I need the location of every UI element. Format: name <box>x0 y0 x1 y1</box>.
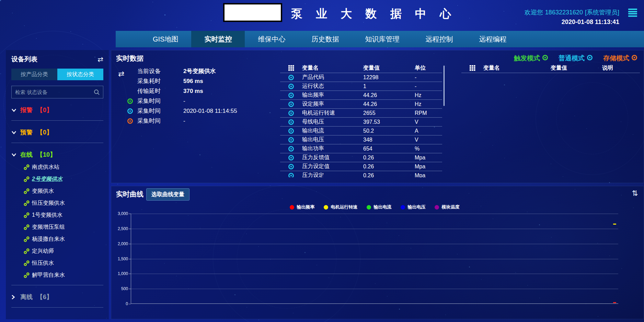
mode-button-2[interactable]: 存储模式 <box>603 54 637 63</box>
cell-variable-unit: Mpa <box>415 164 442 170</box>
device-item[interactable]: 恒压供水 <box>24 260 103 267</box>
link-icon <box>24 236 32 242</box>
cell-variable-name: 输出功率 <box>302 145 363 152</box>
target-radio-icon[interactable] <box>280 101 302 107</box>
axis-tick <box>129 214 131 214</box>
device-item[interactable]: 解甲营自来水 <box>24 272 103 279</box>
info-label: 传输延时 <box>137 87 176 95</box>
tree-group-label: 预警 <box>20 128 33 136</box>
device-tree: 报警【0】预警【0】在线【10】南虎供水站2号变频供水变频供水恒压变频供水1号变… <box>11 106 103 308</box>
divider <box>11 285 103 285</box>
tab-by-status[interactable]: 按状态分类 <box>57 69 103 80</box>
nav-item-6[interactable]: 远程编程 <box>466 31 519 47</box>
table-row[interactable]: 输出频率44.26Hz <box>280 91 442 100</box>
chevron-right-icon <box>11 295 20 300</box>
table-header-row: 变量名变量值说明 <box>461 63 640 73</box>
nav-item-3[interactable]: 历史数据 <box>298 31 352 47</box>
legend-label: 模块温度 <box>442 204 460 210</box>
device-item[interactable]: 1号变频供水 <box>24 212 103 219</box>
grid-icon <box>461 65 483 71</box>
target-radio-icon[interactable] <box>280 110 302 116</box>
tree-group-3[interactable]: 离线【6】 <box>11 293 103 301</box>
tree-group-2[interactable]: 在线【10】 <box>11 151 103 159</box>
legend-item[interactable]: 输出电压 <box>401 204 426 210</box>
target-radio-icon[interactable] <box>280 146 302 152</box>
target-radio-icon[interactable] <box>280 155 302 161</box>
menu-icon[interactable] <box>628 9 637 17</box>
device-item[interactable]: 变频供水 <box>24 188 103 195</box>
column-header: 变量名 <box>483 64 551 72</box>
table-row[interactable]: 母线电压397.53V <box>280 118 442 127</box>
target-radio-icon[interactable] <box>280 119 302 125</box>
target-radio-icon[interactable] <box>280 128 302 134</box>
tree-group-0[interactable]: 报警【0】 <box>11 106 103 114</box>
realtime-data-title: 实时数据 <box>116 54 143 63</box>
device-item[interactable]: 南虎供水站 <box>24 164 103 171</box>
legend-item[interactable]: 输出电流 <box>367 204 392 210</box>
info-row: 采集耗时596 ms <box>127 76 237 86</box>
select-curve-variables-button[interactable]: 选取曲线变量 <box>146 188 189 201</box>
tree-group-label: 在线 <box>20 151 33 159</box>
mode-button-0[interactable]: 触发模式 <box>514 54 548 63</box>
device-item-label: 南虎供水站 <box>32 164 59 171</box>
table-row[interactable]: 设定频率44.26Hz <box>280 100 442 109</box>
nav-item-2[interactable]: 维保中心 <box>245 31 298 47</box>
target-radio-icon[interactable] <box>280 137 302 143</box>
legend-item[interactable]: 模块温度 <box>435 204 460 210</box>
info-row: 采集时间2020-01-08 11:14:55 <box>127 106 237 116</box>
target-radio-icon[interactable] <box>280 74 302 81</box>
axis-tick <box>129 289 131 289</box>
device-item[interactable]: 恒压变频供水 <box>24 200 103 207</box>
tree-group-1[interactable]: 预警【0】 <box>11 128 103 136</box>
device-item[interactable]: 2号变频供水 <box>24 176 103 183</box>
nav-item-5[interactable]: 远程控制 <box>412 31 466 47</box>
target-radio-icon[interactable] <box>280 172 302 178</box>
legend-item[interactable]: 电机运行转速 <box>324 204 358 210</box>
device-item-label: 恒压供水 <box>32 260 54 267</box>
nav-item-0[interactable]: GIS地图 <box>140 31 191 47</box>
table-row[interactable]: 压力设定0.26Mpa <box>280 171 442 177</box>
series-latest-mark <box>613 224 616 225</box>
device-item[interactable]: 变频增压泵组 <box>24 224 103 231</box>
info-value: 2020-01-08 11:14:55 <box>183 108 237 115</box>
table-row[interactable]: 电机运行转速2655RPM <box>280 109 442 118</box>
device-info-block: 当前设备2号变频供水采集耗时596 ms传输延时370 ms采集时间-采集时间2… <box>127 66 237 126</box>
table-row[interactable]: 输出电压348V <box>280 135 442 144</box>
table-row[interactable]: 产品代码12298- <box>280 73 442 82</box>
target-radio-icon[interactable] <box>280 83 302 90</box>
cell-variable-value: 654 <box>363 146 415 152</box>
status-target-icon <box>127 118 137 124</box>
y-axis-label: 3,000 <box>107 211 128 216</box>
cell-variable-name: 电机运行转速 <box>302 109 363 117</box>
table-row[interactable]: 运行状态1- <box>280 82 442 91</box>
nav-item-1[interactable]: 实时监控 <box>191 31 245 47</box>
link-icon <box>24 200 32 206</box>
device-search-input[interactable] <box>12 86 103 98</box>
mode-button-1[interactable]: 普通模式 <box>559 54 593 63</box>
legend-item[interactable]: 输出频率 <box>290 204 315 210</box>
chart-legend: 输出频率电机运行转速输出电流输出电压模块温度 <box>131 204 618 210</box>
table-row[interactable]: 输出电流50.2A <box>280 127 442 135</box>
tab-by-product[interactable]: 按产品分类 <box>11 69 57 80</box>
device-item[interactable]: 定兴幼师 <box>24 248 103 255</box>
table-row[interactable]: 压力设定值0.26Mpa <box>280 162 442 171</box>
table-scrollbar[interactable] <box>444 65 445 106</box>
target-radio-icon[interactable] <box>280 164 302 170</box>
nav-item-4[interactable]: 知识库管理 <box>352 31 412 47</box>
welcome-bar: 欢迎您18632231620[系统管理员] <box>522 8 619 16</box>
cell-variable-value: 44.26 <box>363 92 415 98</box>
swap-horizontal-icon[interactable]: ⇄ <box>97 56 103 63</box>
info-value: - <box>183 118 185 124</box>
y-axis-label: 500 <box>107 286 128 291</box>
realtime-curve-title: 实时曲线 <box>116 190 143 199</box>
tree-group-count: 【0】 <box>37 128 53 136</box>
up-down-arrows-icon[interactable]: ⇅ <box>632 189 638 198</box>
device-item[interactable]: 杨漫撒自来水 <box>24 236 103 243</box>
target-radio-icon[interactable] <box>280 92 302 98</box>
cell-variable-value: 348 <box>363 137 415 143</box>
swap-device-icon[interactable]: ⇄ <box>118 70 124 79</box>
cell-variable-unit: - <box>415 83 442 90</box>
table-row[interactable]: 压力反馈值0.26Mpa <box>280 153 442 162</box>
mode-buttons: 触发模式普通模式存储模式 <box>514 54 637 63</box>
table-row[interactable]: 输出功率654% <box>280 144 442 153</box>
